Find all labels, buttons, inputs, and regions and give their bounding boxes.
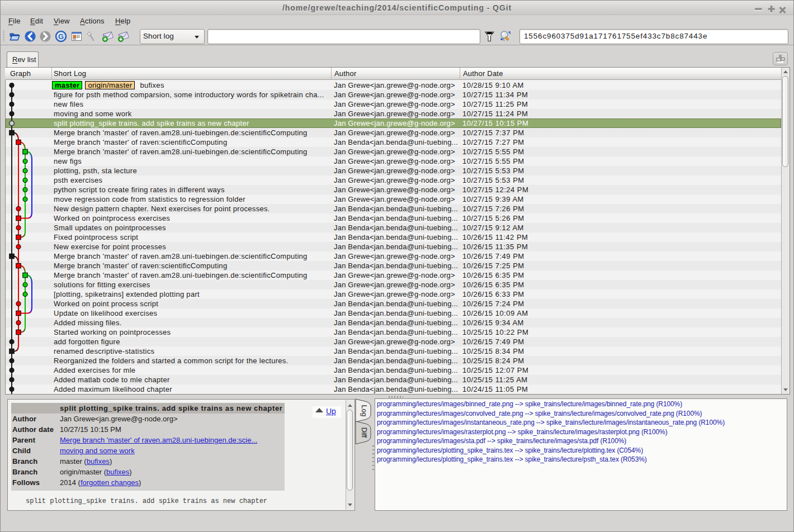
svg-text:Diff: Diff [360, 428, 368, 438]
svg-text:G: G [58, 32, 64, 41]
svg-text:Log: Log [360, 405, 368, 417]
